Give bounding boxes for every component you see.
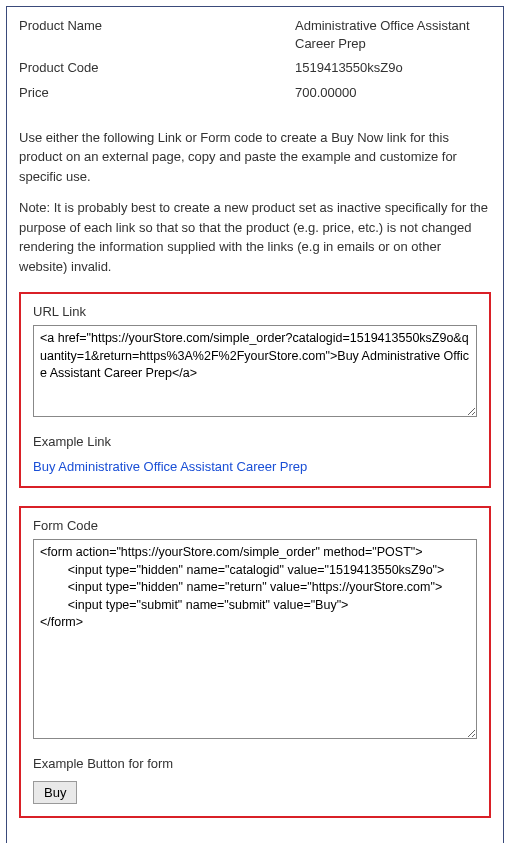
instructions-text: Use either the following Link or Form co… (19, 128, 491, 187)
product-name-label: Product Name (19, 17, 215, 53)
note-text: Note: It is probably best to create a ne… (19, 198, 491, 276)
url-example-label: Example Link (33, 434, 477, 449)
form-example-label: Example Button for form (33, 756, 477, 771)
form-code-box: Form Code Example Button for form Buy (19, 506, 491, 818)
product-name-value: Administrative Office Assistant Career P… (215, 17, 491, 53)
form-code-textarea[interactable] (33, 539, 477, 739)
product-code-label: Product Code (19, 59, 215, 77)
price-value: 700.00000 (215, 84, 491, 102)
url-link-box: URL Link Example Link Buy Administrative… (19, 292, 491, 488)
form-code-title: Form Code (33, 518, 477, 533)
price-row: Price 700.00000 (19, 84, 491, 102)
buy-button[interactable]: Buy (33, 781, 77, 804)
product-code-row: Product Code 1519413550ksZ9o (19, 59, 491, 77)
url-link-code-textarea[interactable] (33, 325, 477, 417)
product-name-row: Product Name Administrative Office Assis… (19, 17, 491, 53)
product-code-value: 1519413550ksZ9o (215, 59, 491, 77)
url-link-title: URL Link (33, 304, 477, 319)
product-link-panel: Product Name Administrative Office Assis… (6, 6, 504, 843)
url-example-link[interactable]: Buy Administrative Office Assistant Care… (33, 459, 307, 474)
price-label: Price (19, 84, 215, 102)
